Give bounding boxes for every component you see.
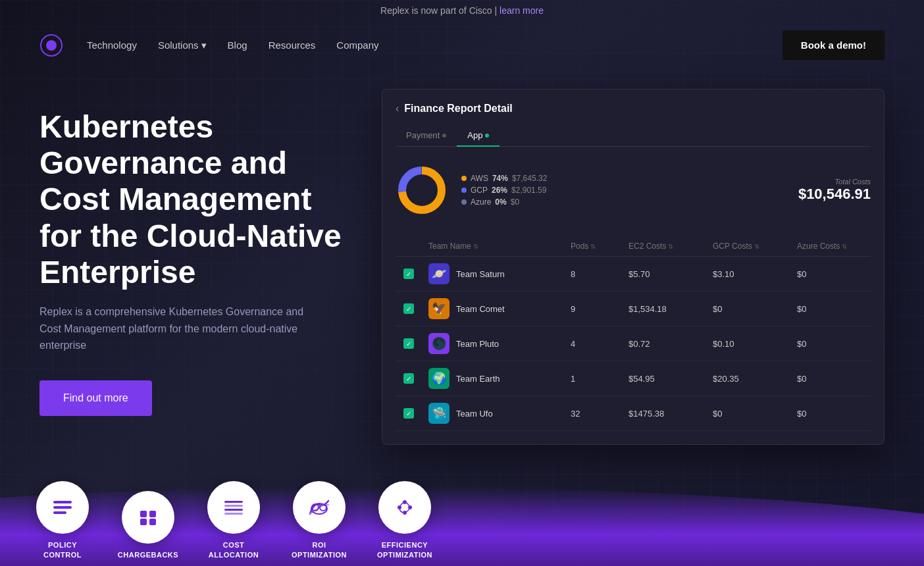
azure-value: $0 [797, 374, 863, 384]
team-cell: 🪐 Team Saturn [428, 263, 565, 284]
svg-point-1 [46, 40, 57, 51]
logo[interactable] [39, 34, 63, 57]
gcp-value: $3.10 [713, 269, 792, 279]
policy-control-icon [51, 496, 74, 519]
table-row: ✓ 🪐 Team Saturn 8 $5.70 $3.10 $0 [396, 257, 871, 292]
total-costs: Total Costs $10,546.91 [798, 178, 871, 203]
ec2-value: $0.72 [629, 339, 707, 349]
table-body: ✓ 🪐 Team Saturn 8 $5.70 $3.10 $0 ✓ 🦅 Tea… [396, 257, 871, 431]
gcp-value: $20.35 [713, 374, 792, 384]
team-name: Team Earth [456, 374, 500, 384]
table-header: Team Name ⇅ Pods ⇅ EC2 Costs ⇅ GCP Costs… [396, 236, 871, 257]
pods-value: 4 [571, 339, 623, 349]
nav-resources[interactable]: Resources [269, 39, 316, 51]
pods-value: 1 [571, 374, 623, 384]
col-team-name[interactable]: Team Name ⇅ [428, 242, 565, 251]
finance-table: Team Name ⇅ Pods ⇅ EC2 Costs ⇅ GCP Costs… [396, 236, 871, 431]
table-row: ✓ 🌑 Team Pluto 4 $0.72 $0.10 $0 [396, 326, 871, 361]
roi-optimization-label: ROIOPTIMIZATION [292, 540, 347, 559]
panel-title: Finance Report Detail [404, 103, 512, 115]
svg-rect-15 [224, 513, 243, 515]
roi-optimization-icon [307, 496, 331, 519]
team-cell: 🌍 Team Earth [428, 368, 565, 389]
row-checkbox[interactable]: ✓ [403, 269, 414, 279]
icon-cost-allocation: COSTALLOCATION [191, 481, 276, 559]
efficiency-optimization-circle [378, 481, 431, 534]
col-azure[interactable]: Azure Costs ⇅ [797, 242, 863, 251]
sort-icon-team: ⇅ [473, 243, 478, 250]
hero-subtitle: Replex is a comprehensive Kubernetes Gov… [39, 303, 316, 354]
tab-app[interactable]: App [457, 125, 500, 147]
gcp-value: $0 [713, 304, 792, 314]
bottom-section: POLICYCONTROL CHARGEBACKS [0, 461, 924, 566]
nav-blog[interactable]: Blog [228, 39, 247, 51]
sort-icon-gcp: ⇅ [754, 243, 759, 250]
total-costs-value: $10,546.91 [798, 186, 871, 203]
panel-header: ‹ Finance Report Detail [396, 103, 871, 115]
tab-payment[interactable]: Payment [396, 125, 457, 147]
policy-control-label: POLICYCONTROL [43, 540, 82, 559]
svg-rect-10 [140, 519, 147, 525]
svg-rect-14 [224, 501, 243, 503]
svg-rect-5 [53, 501, 72, 503]
team-name: Team Comet [456, 304, 505, 314]
icon-chargebacks: CHARGEBACKS [105, 491, 191, 559]
nav-links: Technology Solutions ▾ Blog Resources Co… [87, 39, 379, 51]
icon-roi-optimization: ROIOPTIMIZATION [276, 481, 362, 559]
donut-chart [396, 164, 448, 217]
team-avatar: 🪐 [428, 263, 449, 284]
svg-rect-13 [224, 505, 243, 507]
announcement-bar: Replex is now part of Cisco | learn more [0, 0, 924, 21]
navigation: Technology Solutions ▾ Blog Resources Co… [0, 21, 924, 69]
svg-rect-6 [53, 506, 72, 509]
team-cell: 🦅 Team Comet [428, 298, 565, 319]
book-demo-button[interactable]: Book a demo! [783, 30, 885, 60]
payment-tab-dot [442, 134, 446, 138]
row-checkbox[interactable]: ✓ [403, 338, 414, 349]
table-row: ✓ 🛸 Team Ufo 32 $1475.38 $0 $0 [396, 396, 871, 431]
pods-value: 9 [571, 304, 623, 314]
azure-value: $0 [797, 339, 863, 349]
ec2-value: $54.95 [629, 374, 707, 384]
team-cell: 🌑 Team Pluto [428, 333, 565, 354]
nav-solutions[interactable]: Solutions ▾ [158, 39, 207, 51]
col-gcp[interactable]: GCP Costs ⇅ [713, 242, 792, 251]
team-avatar: 🌑 [428, 333, 449, 354]
col-ec2[interactable]: EC2 Costs ⇅ [629, 242, 707, 251]
cost-allocation-icon [222, 496, 245, 519]
tabs: Payment App [396, 125, 871, 147]
icon-efficiency-optimization: EFFICIENCYOPTIMIZATION [362, 481, 448, 559]
team-name: Team Saturn [456, 269, 505, 279]
team-avatar: 🌍 [428, 368, 449, 389]
svg-rect-11 [149, 519, 156, 525]
finance-panel: ‹ Finance Report Detail Payment App [382, 89, 885, 445]
total-costs-label: Total Costs [798, 178, 871, 186]
legend-azure: Azure 0% $0 [461, 197, 547, 207]
team-cell: 🛸 Team Ufo [428, 403, 565, 424]
azure-value: $0 [797, 304, 863, 314]
col-pods[interactable]: Pods ⇅ [571, 242, 623, 251]
nav-left: Technology Solutions ▾ Blog Resources Co… [39, 34, 379, 57]
chargebacks-label: CHARGEBACKS [118, 550, 178, 559]
announcement-link[interactable]: learn more [500, 5, 544, 16]
row-checkbox[interactable]: ✓ [403, 373, 414, 384]
row-checkbox[interactable]: ✓ [403, 303, 414, 314]
nav-company[interactable]: Company [336, 39, 378, 51]
hero-title: Kubernetes Governance and Cost Managemen… [39, 109, 355, 290]
row-checkbox[interactable]: ✓ [403, 408, 414, 419]
table-row: ✓ 🌍 Team Earth 1 $54.95 $20.35 $0 [396, 361, 871, 396]
team-name: Team Ufo [456, 409, 493, 419]
team-name: Team Pluto [456, 339, 499, 349]
app-tab-dot [485, 134, 489, 138]
gcp-value: $0 [713, 409, 792, 419]
svg-rect-9 [149, 511, 156, 517]
sort-icon-azure: ⇅ [842, 243, 847, 250]
announcement-text: Replex is now part of Cisco | [380, 5, 500, 16]
sort-icon-pods: ⇅ [590, 243, 596, 250]
cost-allocation-label: COSTALLOCATION [209, 540, 259, 559]
hero-left: Kubernetes Governance and Cost Managemen… [39, 95, 355, 445]
back-button[interactable]: ‹ [396, 103, 399, 115]
efficiency-optimization-label: EFFICIENCYOPTIMIZATION [377, 540, 432, 559]
nav-technology[interactable]: Technology [87, 39, 137, 51]
find-out-more-button[interactable]: Find out more [39, 380, 152, 416]
